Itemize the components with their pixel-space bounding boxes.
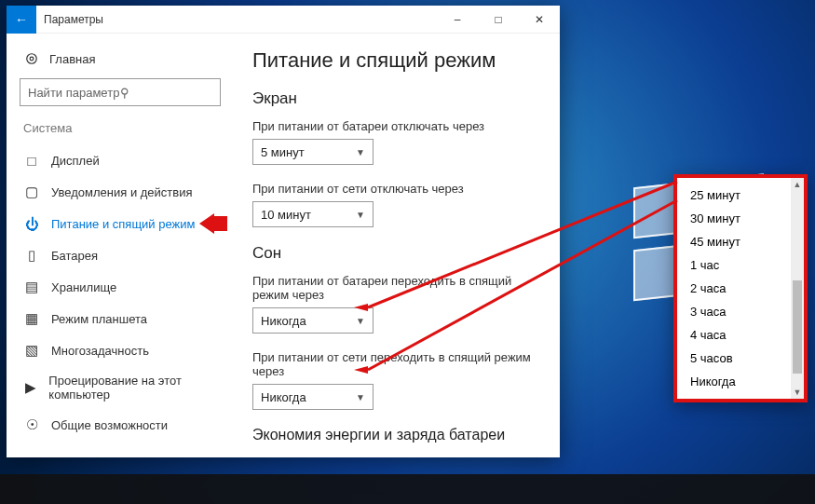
sidebar-item-display[interactable]: □ Дисплей <box>7 144 234 176</box>
screen-battery-dropdown[interactable]: 5 минут ▼ <box>252 139 374 165</box>
scroll-down-icon[interactable]: ▼ <box>791 386 804 399</box>
sidebar-item-shared[interactable]: ☉ Общие возможности <box>7 409 234 441</box>
dropdown-option[interactable]: 4 часа <box>677 323 791 347</box>
search-placeholder: Найти параметр <box>28 86 120 100</box>
sidebar-item-storage[interactable]: ▤ Хранилище <box>7 271 234 303</box>
display-icon: □ <box>23 152 40 169</box>
content-pane: Питание и спящий режим Экран При питании… <box>234 34 560 457</box>
storage-icon: ▤ <box>23 279 40 295</box>
chevron-down-icon: ▼ <box>356 392 365 402</box>
sidebar-item-label: Хранилище <box>51 280 116 294</box>
tablet-icon: ▦ <box>23 310 40 327</box>
back-button[interactable]: ← <box>7 6 36 34</box>
dropdown-option[interactable]: 45 минут <box>677 230 791 253</box>
sleep-battery-label: При питании от батареи переходить в спящ… <box>252 274 541 302</box>
search-input[interactable]: Найти параметр ⚲ <box>20 78 221 106</box>
screen-heading: Экран <box>252 89 541 108</box>
svg-point-1 <box>30 57 34 61</box>
shared-icon: ☉ <box>23 416 40 433</box>
scrollbar-thumb[interactable] <box>793 280 802 374</box>
scrollbar[interactable]: ▲ ▼ <box>791 178 804 399</box>
energy-heading: Экономия энергии и заряда батареи <box>252 427 541 443</box>
taskbar[interactable] <box>0 474 815 504</box>
sidebar-item-multitasking[interactable]: ▧ Многозадачность <box>7 334 234 366</box>
annotation-arrow-icon <box>199 213 227 234</box>
power-icon: ⏻ <box>23 215 40 232</box>
scroll-up-icon[interactable]: ▲ <box>791 178 804 191</box>
sidebar-item-tablet-mode[interactable]: ▦ Режим планшета <box>7 303 234 334</box>
dropdown-value: 10 минут <box>261 208 311 222</box>
sidebar-item-label: Общие возможности <box>51 418 168 432</box>
sidebar-item-label: Батарея <box>51 249 98 263</box>
sidebar-item-label: Питание и спящий режим <box>51 217 195 231</box>
sidebar-item-label: Уведомления и действия <box>51 185 193 199</box>
notifications-icon: ▢ <box>23 184 40 200</box>
section-label: Система <box>7 121 234 144</box>
search-icon: ⚲ <box>120 86 212 100</box>
settings-window: ← Параметры – □ ✕ Главная Найти параметр… <box>7 6 560 457</box>
page-title: Питание и спящий режим <box>252 48 541 73</box>
screen-plugged-dropdown[interactable]: 10 минут ▼ <box>252 201 374 227</box>
dropdown-options-panel: 25 минут30 минут45 минут1 час2 часа3 час… <box>673 174 808 402</box>
sidebar: Главная Найти параметр ⚲ Система □ Диспл… <box>7 34 234 457</box>
chevron-down-icon: ▼ <box>356 147 365 157</box>
dropdown-value: 5 минут <box>261 145 305 159</box>
minimize-button[interactable]: – <box>437 6 478 34</box>
titlebar: ← Параметры – □ ✕ <box>7 6 560 34</box>
chevron-down-icon: ▼ <box>356 316 365 326</box>
dropdown-option[interactable]: 25 минут <box>677 184 791 207</box>
screen-plugged-label: При питании от сети отключать через <box>252 182 541 196</box>
chevron-down-icon: ▼ <box>356 210 365 220</box>
multitasking-icon: ▧ <box>23 342 40 359</box>
battery-icon: ▯ <box>23 247 40 264</box>
home-label: Главная <box>49 52 95 66</box>
sidebar-item-label: Режим планшета <box>51 312 147 326</box>
sleep-heading: Сон <box>252 244 541 263</box>
dropdown-value: Никогда <box>261 314 306 328</box>
projecting-icon: ▶ <box>23 379 37 396</box>
sidebar-item-label: Многозадачность <box>51 344 149 358</box>
sleep-battery-dropdown[interactable]: Никогда ▼ <box>252 307 374 334</box>
sidebar-item-label: Дисплей <box>51 154 100 168</box>
screen-battery-label: При питании от батареи отключать через <box>252 119 541 133</box>
close-button[interactable]: ✕ <box>519 6 560 34</box>
sidebar-item-notifications[interactable]: ▢ Уведомления и действия <box>7 176 234 208</box>
gear-icon <box>23 50 40 67</box>
svg-marker-2 <box>199 213 227 234</box>
dropdown-value: Никогда <box>261 390 306 404</box>
sidebar-item-label: Проецирование на этот компьютер <box>48 374 217 402</box>
dropdown-option[interactable]: 3 часа <box>677 300 791 323</box>
sleep-plugged-label: При питании от сети переходить в спящий … <box>252 350 541 378</box>
sidebar-item-projecting[interactable]: ▶ Проецирование на этот компьютер <box>7 366 234 409</box>
dropdown-option[interactable]: 30 минут <box>677 207 791 230</box>
svg-point-0 <box>27 54 37 64</box>
maximize-button[interactable]: □ <box>478 6 519 34</box>
window-title: Параметры <box>44 13 437 26</box>
dropdown-option[interactable]: Никогда <box>677 370 791 393</box>
sidebar-item-battery[interactable]: ▯ Батарея <box>7 239 234 271</box>
dropdown-option[interactable]: 1 час <box>677 253 791 277</box>
dropdown-option[interactable]: 5 часов <box>677 347 791 370</box>
dropdown-option[interactable]: 2 часа <box>677 277 791 300</box>
home-button[interactable]: Главная <box>7 47 234 78</box>
sleep-plugged-dropdown[interactable]: Никогда ▼ <box>252 384 374 410</box>
